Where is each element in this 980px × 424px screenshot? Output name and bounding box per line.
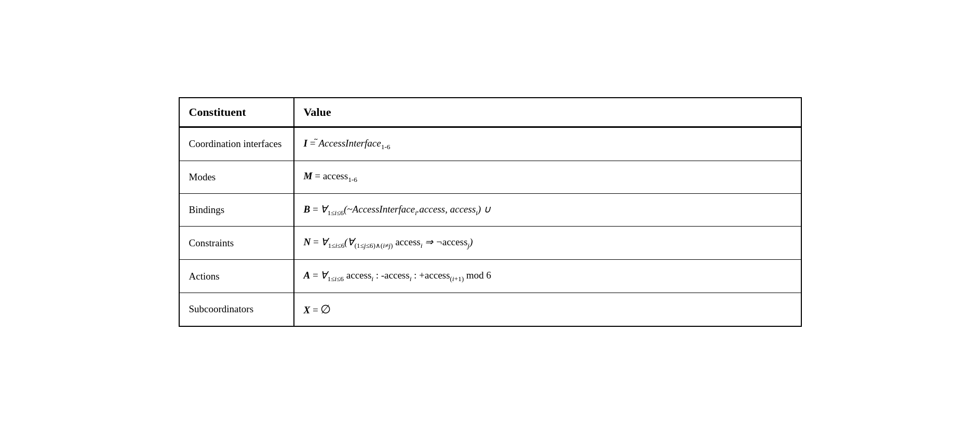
value-subcoordinators: X = ∅ bbox=[294, 293, 801, 326]
constituent-label-actions: Actions bbox=[180, 260, 294, 293]
constituent-label-coordination: Coordination interfaces bbox=[180, 127, 294, 161]
table-row: Constraints N = ∀1≤i≤6(∀(1≤j≤6)∧(i≠j) ac… bbox=[180, 227, 801, 260]
constituent-label-subcoordinators: Subcoordinators bbox=[180, 293, 294, 326]
header-value: Value bbox=[294, 98, 801, 127]
value-constraints: N = ∀1≤i≤6(∀(1≤j≤6)∧(i≠j) accessi ⇒ ¬acc… bbox=[294, 227, 801, 260]
value-bindings: B = ∀1≤i≤6(~AccessInterfacei.access, acc… bbox=[294, 193, 801, 227]
value-coordination-interfaces: I = ̃AccessInterface1-6 bbox=[294, 127, 801, 161]
value-actions: A = ∀1≤i≤6 accessi : -accessi : +access(… bbox=[294, 260, 801, 293]
header-constituent: Constituent bbox=[180, 98, 294, 127]
table-header-row: Constituent Value bbox=[180, 98, 801, 127]
main-table-container: Constituent Value Coordination interface… bbox=[179, 97, 802, 327]
table-row: Modes M = access1-6 bbox=[180, 161, 801, 193]
constituent-label-constraints: Constraints bbox=[180, 227, 294, 260]
table-row: Coordination interfaces I = ̃AccessInter… bbox=[180, 127, 801, 161]
constituent-label-modes: Modes bbox=[180, 161, 294, 193]
table-row: Actions A = ∀1≤i≤6 accessi : -accessi : … bbox=[180, 260, 801, 293]
table-row: Subcoordinators X = ∅ bbox=[180, 293, 801, 326]
constituent-table: Constituent Value Coordination interface… bbox=[180, 98, 801, 326]
table-row: Bindings B = ∀1≤i≤6(~AccessInterfacei.ac… bbox=[180, 193, 801, 227]
value-modes: M = access1-6 bbox=[294, 161, 801, 193]
constituent-label-bindings: Bindings bbox=[180, 193, 294, 227]
